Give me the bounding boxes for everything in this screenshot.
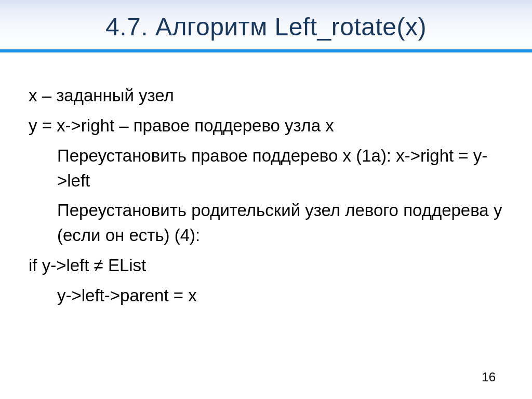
line-5: if y->left ≠ EList — [29, 253, 503, 278]
line-2: y = x->right – правое поддерево узла x — [29, 113, 503, 138]
line-4: Переустановить родительский узел левого … — [29, 198, 503, 248]
slide-body: x – заданный узел y = x->right – правое … — [29, 83, 503, 313]
slide: 4.7. Алгоритм Left_rotate(x) x – заданны… — [0, 0, 532, 399]
line-3: Переустановить правое поддерево x (1a): … — [29, 143, 503, 193]
page-number: 16 — [482, 370, 496, 384]
title-underline — [0, 49, 532, 52]
line-6: y->left->parent = x — [29, 283, 503, 308]
line-1: x – заданный узел — [29, 83, 503, 108]
slide-title: 4.7. Алгоритм Left_rotate(x) — [0, 12, 532, 41]
